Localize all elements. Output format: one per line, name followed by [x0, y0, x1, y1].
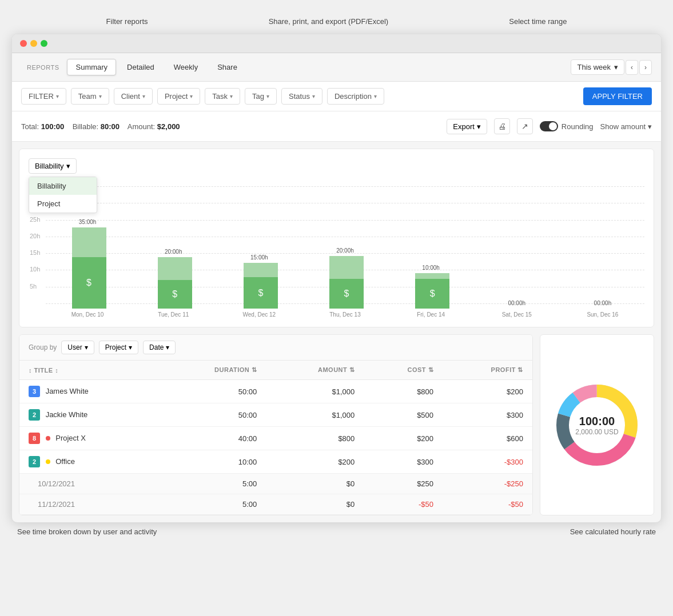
row-title-james: 3 James White — [19, 380, 158, 403]
bar-stack-thu: $ — [329, 256, 361, 309]
bar-date-wed: Wed, Dec 12 — [243, 311, 276, 318]
row-title-projectx: 8 Project X — [19, 427, 158, 450]
bar-top-thu — [329, 256, 364, 279]
bar-bottom-mon: $ — [72, 257, 106, 309]
bar-top-mon — [72, 227, 106, 257]
group-project-arrow-icon: ▾ — [129, 343, 132, 351]
bar-bottom-fri: $ — [415, 279, 449, 309]
group-user-select[interactable]: User ▾ — [61, 341, 94, 354]
group-by-label: Group by — [29, 343, 57, 351]
badge-office: 2 — [29, 456, 40, 467]
bar-date-fri: Fri, Dec 14 — [417, 311, 445, 318]
chart-dropdown-menu: Billability Project — [29, 177, 97, 213]
bar-bottom-thu: $ — [329, 279, 364, 309]
project-filter-label: Project — [165, 92, 188, 101]
bar-top-tue — [158, 257, 192, 280]
annotation-filter-reports: Filter reports — [106, 17, 148, 26]
name-jackie: Jackie White — [46, 410, 88, 419]
team-filter-button[interactable]: Team ▾ — [71, 88, 109, 105]
tab-summary[interactable]: Summary — [67, 59, 116, 75]
maximize-dot[interactable] — [41, 40, 47, 47]
col-cost: COST ⇅ — [364, 361, 443, 380]
apply-filter-button[interactable]: APPLY FILTER — [583, 87, 652, 105]
show-amount-button[interactable]: Show amount ▾ — [600, 122, 652, 131]
chart-group-label: Billability — [35, 162, 64, 170]
bars-area: 35:00h $ Mon, Dec 10 20:00h $ Tue, Dec 1… — [46, 186, 644, 318]
name-projectx: Project X — [55, 434, 86, 442]
table-row: 2 Jackie White 50:00 $1,000 $500 $300 — [19, 403, 532, 427]
table-row: 8 Project X 40:00 $800 $200 $600 — [19, 427, 532, 450]
table-controls: Group by User ▾ Project ▾ Date ▾ — [19, 335, 532, 361]
row-title-office: 2 Office — [19, 450, 158, 474]
filter-button[interactable]: FILTER ▾ — [21, 88, 66, 105]
print-button[interactable]: 🖨 — [494, 118, 510, 134]
tag-filter-button[interactable]: Tag ▾ — [245, 88, 277, 105]
share-button[interactable]: ↗ — [517, 118, 533, 134]
bottom-annotations: See time broken down by user and activit… — [11, 527, 662, 536]
total-value: 100:00 — [41, 122, 64, 131]
group-project-select[interactable]: Project ▾ — [99, 341, 138, 354]
bar-top-fri — [415, 273, 449, 279]
project-filter-button[interactable]: Project ▾ — [157, 88, 200, 105]
dot-projectx — [46, 436, 50, 441]
row-title-jackie: 2 Jackie White — [19, 403, 158, 427]
tab-share[interactable]: Share — [209, 59, 246, 75]
bar-stack-tue: $ — [158, 257, 189, 309]
toggle-group: Rounding — [540, 121, 594, 131]
task-filter-button[interactable]: Task ▾ — [205, 88, 240, 105]
row-duration-jackie: 50:00 — [158, 403, 266, 427]
row-duration-date1: 5:00 — [158, 474, 266, 494]
export-button[interactable]: Export ▾ — [447, 119, 487, 134]
row-duration-office: 10:00 — [158, 450, 266, 474]
chart-group-button[interactable]: Billability ▾ — [29, 158, 77, 174]
name-office: Office — [55, 457, 75, 466]
bottom-content: Group by User ▾ Project ▾ Date ▾ — [19, 334, 654, 515]
client-filter-button[interactable]: Client ▾ — [114, 88, 153, 105]
bar-label-sun: 00:00h — [594, 300, 612, 306]
col-title: ↕ TITLE ↕ — [19, 361, 158, 380]
top-annotations: Filter reports Share, print, and export … — [11, 11, 662, 31]
billable-label: Billable: — [73, 122, 99, 131]
show-amount-label: Show amount — [600, 122, 646, 131]
bar-stack-fri: $ — [415, 273, 447, 309]
annotation-time-range: Select time range — [509, 17, 567, 26]
share-icon: ↗ — [521, 122, 528, 131]
next-range-button[interactable]: › — [639, 60, 652, 75]
show-amount-arrow-icon: ▾ — [648, 122, 652, 131]
rounding-toggle[interactable] — [540, 121, 558, 131]
time-range-label: This week — [577, 63, 611, 71]
time-range-select[interactable]: This week ▾ — [571, 59, 624, 75]
dropdown-item-project[interactable]: Project — [29, 195, 97, 213]
rounding-label: Rounding — [562, 122, 594, 131]
badge-projectx: 8 — [29, 433, 40, 444]
group-date-select[interactable]: Date ▾ — [143, 341, 176, 354]
main-window: REPORTS Summary Detailed Weekly Share Th… — [11, 34, 662, 523]
group-project-label: Project — [105, 343, 126, 351]
donut-time: 100:00 — [575, 414, 618, 427]
client-filter-label: Client — [121, 92, 140, 101]
group-date-label: Date — [149, 343, 164, 351]
row-duration-james: 50:00 — [158, 380, 266, 403]
bar-label-wed: 15:00h — [250, 254, 268, 261]
export-label: Export — [453, 122, 475, 131]
prev-range-button[interactable]: ‹ — [626, 60, 638, 75]
donut-chart: 100:00 2,000.00 USD — [551, 379, 643, 471]
task-arrow-icon: ▾ — [230, 93, 233, 99]
minimize-dot[interactable] — [30, 40, 37, 47]
tab-weekly[interactable]: Weekly — [165, 59, 206, 75]
titlebar — [12, 34, 661, 53]
group-date-arrow-icon: ▾ — [166, 343, 169, 351]
dropdown-item-billability[interactable]: Billability — [29, 177, 97, 195]
description-filter-button[interactable]: Description ▾ — [327, 88, 384, 105]
bar-bottom-tue: $ — [158, 280, 192, 309]
row-profit-date2: -$50 — [443, 494, 532, 515]
close-dot[interactable] — [20, 40, 27, 47]
table-row: 11/12/2021 5:00 $0 -$50 -$50 — [19, 494, 532, 515]
client-arrow-icon: ▾ — [142, 93, 145, 99]
tab-detailed[interactable]: Detailed — [118, 59, 163, 75]
row-profit-projectx: $600 — [443, 427, 532, 450]
status-filter-button[interactable]: Status ▾ — [281, 88, 322, 105]
team-arrow-icon: ▾ — [99, 93, 102, 99]
bar-group-fri: 10:00h $ Fri, Dec 14 — [389, 265, 473, 318]
row-cost-date2: -$50 — [364, 494, 443, 515]
